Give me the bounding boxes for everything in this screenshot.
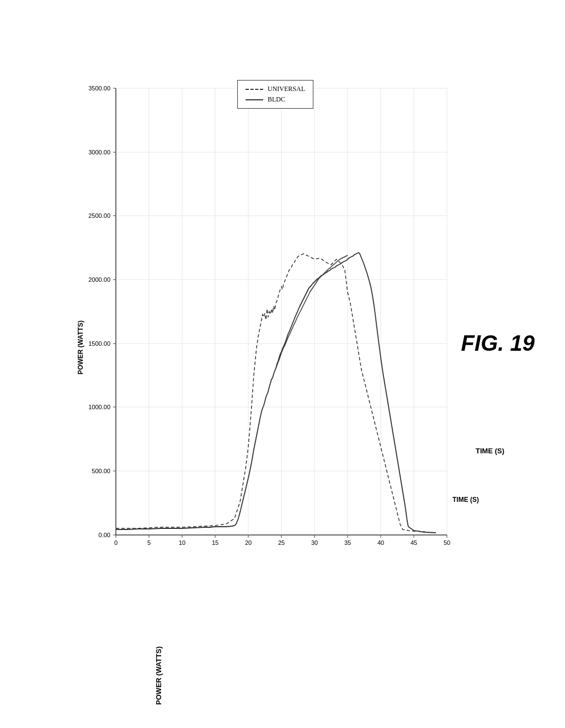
page-header bbox=[0, 0, 565, 33]
legend-item-bldc: BLDC bbox=[246, 95, 305, 104]
svg-text:20: 20 bbox=[245, 539, 252, 546]
universal-line bbox=[116, 254, 425, 532]
svg-text:1000.00: 1000.00 bbox=[88, 404, 110, 410]
bldc-noise-line bbox=[276, 255, 348, 368]
svg-text:0.00: 0.00 bbox=[99, 532, 110, 538]
legend-item-universal: UNIVERSAL bbox=[246, 85, 305, 93]
legend-dashed-line bbox=[246, 89, 263, 90]
main-chart: 0.00 500.00 1000.00 1500.00 2000.00 2500… bbox=[72, 72, 491, 612]
svg-text:1500.00: 1500.00 bbox=[88, 340, 110, 347]
svg-text:5: 5 bbox=[147, 539, 151, 546]
svg-text:45: 45 bbox=[411, 539, 417, 546]
fig-label: FIG. 19 bbox=[461, 331, 535, 356]
svg-text:2000.00: 2000.00 bbox=[88, 276, 110, 283]
legend-box: UNIVERSAL BLDC bbox=[237, 80, 313, 109]
bldc-line bbox=[116, 253, 436, 533]
svg-text:10: 10 bbox=[179, 539, 185, 546]
svg-text:50: 50 bbox=[444, 539, 450, 546]
power-axis-label: POWER (WATTS) bbox=[154, 646, 163, 705]
svg-text:500.00: 500.00 bbox=[92, 468, 110, 474]
svg-text:3000.00: 3000.00 bbox=[88, 149, 110, 156]
svg-text:30: 30 bbox=[311, 539, 318, 546]
svg-text:15: 15 bbox=[212, 539, 218, 546]
svg-text:40: 40 bbox=[377, 539, 384, 546]
legend-solid-line bbox=[246, 99, 263, 100]
svg-text:35: 35 bbox=[344, 539, 351, 546]
svg-text:2500.00: 2500.00 bbox=[88, 212, 110, 219]
svg-text:POWER (WATTS): POWER (WATTS) bbox=[77, 320, 84, 374]
svg-text:TIME (S): TIME (S) bbox=[452, 496, 479, 504]
time-axis-label: TIME (S) bbox=[476, 447, 504, 455]
svg-text:25: 25 bbox=[278, 539, 285, 546]
svg-text:0: 0 bbox=[114, 539, 118, 546]
svg-text:3500.00: 3500.00 bbox=[88, 85, 110, 92]
